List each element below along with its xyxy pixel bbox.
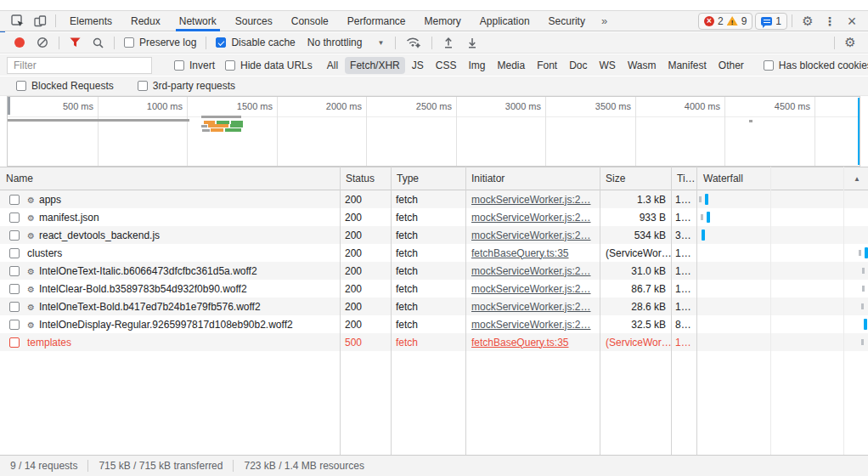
record-icon[interactable] [14, 37, 25, 48]
column-header-time[interactable]: Ti… [671, 173, 697, 184]
has-blocked-cookies-toggle[interactable]: Has blocked cookies [758, 60, 868, 71]
initiator-link[interactable]: mockServiceWorker.js:2… [471, 301, 590, 313]
type-filter-media[interactable]: Media [492, 57, 530, 74]
device-toolbar-icon[interactable] [29, 11, 51, 31]
column-header-status[interactable]: Status [340, 173, 391, 184]
blocked-requests-toggle[interactable]: Blocked Requests [11, 80, 119, 92]
initiator-link[interactable]: mockServiceWorker.js:2… [471, 212, 590, 224]
request-checkbox[interactable] [9, 302, 20, 312]
request-checkbox[interactable] [9, 284, 20, 294]
more-tabs-chevron[interactable]: » [595, 11, 614, 31]
column-header-waterfall[interactable]: Waterfall ▲ [697, 173, 868, 184]
request-initiator-cell: mockServiceWorker.js:2… [465, 208, 600, 226]
request-waterfall [697, 280, 868, 298]
tab-application[interactable]: Application [471, 11, 539, 31]
tab-console[interactable]: Console [282, 11, 338, 31]
initiator-link[interactable]: mockServiceWorker.js:2… [471, 265, 590, 277]
request-checkbox[interactable] [9, 337, 20, 348]
request-row[interactable]: templates 500 fetch fetchBaseQuery.ts:35… [0, 333, 868, 351]
initiator-link[interactable]: mockServiceWorker.js:2… [471, 319, 590, 331]
request-row[interactable]: IntelOneDisplay-Regular.9265997817d108eb… [0, 315, 868, 333]
column-header-size[interactable]: Size [600, 173, 671, 184]
tab-memory[interactable]: Memory [415, 11, 471, 31]
request-row[interactable]: IntelClear-Bold.b3589783b54d932f0b90.wof… [0, 280, 868, 298]
has-blocked-cookies-checkbox[interactable] [764, 60, 774, 71]
disable-cache-toggle[interactable]: Disable cache [211, 37, 300, 48]
request-row[interactable]: react_devtools_backend.js 200 fetch mock… [0, 226, 868, 244]
request-checkbox[interactable] [9, 230, 20, 241]
requests-table: Name Status Type Initiator Size Ti… Wate… [0, 167, 868, 455]
type-filter-css[interactable]: CSS [431, 57, 462, 74]
request-checkbox[interactable] [9, 248, 20, 258]
initiator-link[interactable]: mockServiceWorker.js:2… [471, 194, 590, 206]
tab-security[interactable]: Security [539, 11, 595, 31]
clear-icon[interactable] [31, 33, 54, 53]
import-har-icon[interactable] [437, 33, 460, 53]
type-filter-all[interactable]: All [322, 57, 343, 74]
export-har-icon[interactable] [460, 33, 484, 53]
network-settings-gear-icon[interactable] [839, 33, 861, 53]
request-type: fetch [391, 315, 465, 333]
type-filter-font[interactable]: Font [532, 57, 562, 74]
errors-warnings-badge[interactable]: 2 9 [698, 13, 752, 30]
overview-pane[interactable]: 500 ms1000 ms1500 ms2000 ms2500 ms3000 m… [7, 96, 860, 167]
issues-badge[interactable]: 1 [755, 13, 787, 30]
tab-performance[interactable]: Performance [338, 11, 415, 31]
type-filter-doc[interactable]: Doc [564, 57, 592, 74]
blocked-requests-checkbox[interactable] [16, 81, 26, 91]
request-row[interactable]: IntelOneText-Italic.b6066473dfcfbc361d5a… [0, 262, 868, 280]
initiator-link[interactable]: mockServiceWorker.js:2… [471, 283, 590, 295]
request-name: apps [39, 194, 61, 206]
request-row[interactable]: manifest.json 200 fetch mockServiceWorke… [0, 208, 868, 226]
filter-funnel-icon[interactable] [64, 33, 87, 53]
request-checkbox[interactable] [9, 195, 20, 205]
third-party-checkbox[interactable] [138, 81, 148, 91]
request-checkbox[interactable] [9, 212, 20, 223]
preserve-log-checkbox[interactable] [124, 37, 134, 48]
column-header-type[interactable]: Type [391, 173, 465, 184]
type-filter-manifest[interactable]: Manifest [662, 57, 711, 74]
request-checkbox[interactable] [9, 266, 20, 276]
more-options-kebab-icon[interactable] [819, 11, 841, 31]
type-filter-img[interactable]: Img [463, 57, 490, 74]
tab-redux[interactable]: Redux [121, 11, 170, 31]
chevron-down-icon: ▼ [377, 39, 384, 47]
tab-elements[interactable]: Elements [60, 11, 121, 31]
network-conditions-icon[interactable] [400, 33, 427, 53]
invert-checkbox[interactable] [174, 60, 184, 71]
has-blocked-cookies-label: Has blocked cookies [779, 60, 868, 71]
request-size: (ServiceWor… [600, 333, 671, 351]
request-row[interactable]: apps 200 fetch mockServiceWorker.js:2… 1… [0, 190, 868, 208]
settings-gear-icon[interactable] [797, 11, 819, 31]
disable-cache-checkbox[interactable] [216, 37, 226, 48]
request-status: 200 [340, 280, 391, 298]
request-checkbox[interactable] [9, 320, 20, 330]
service-worker-gear-icon [27, 283, 35, 295]
request-row[interactable]: clusters 200 fetch fetchBaseQuery.ts:35 … [0, 244, 868, 262]
search-icon[interactable] [87, 33, 110, 53]
type-filter-wasm[interactable]: Wasm [623, 57, 662, 74]
request-row[interactable]: IntelOneText-Bold.b417ed7b24b1e79fb576.w… [0, 298, 868, 315]
type-filter-js[interactable]: JS [407, 57, 429, 74]
initiator-link[interactable]: fetchBaseQuery.ts:35 [471, 247, 569, 259]
hide-data-urls-toggle[interactable]: Hide data URLs [220, 60, 318, 71]
tab-sources[interactable]: Sources [226, 11, 282, 31]
filter-input[interactable] [7, 57, 152, 74]
type-filter-fetch-xhr[interactable]: Fetch/XHR [345, 57, 405, 74]
initiator-link[interactable]: fetchBaseQuery.ts:35 [471, 337, 569, 348]
preserve-log-label: Preserve log [139, 37, 196, 48]
column-header-initiator[interactable]: Initiator [465, 173, 600, 184]
close-icon[interactable] [841, 11, 863, 31]
hide-data-urls-checkbox[interactable] [225, 60, 235, 71]
type-filter-other[interactable]: Other [713, 57, 749, 74]
inspect-element-icon[interactable] [7, 11, 29, 31]
initiator-link[interactable]: mockServiceWorker.js:2… [471, 230, 590, 241]
third-party-toggle[interactable]: 3rd-party requests [132, 80, 240, 92]
preserve-log-toggle[interactable]: Preserve log [119, 37, 201, 48]
column-header-name[interactable]: Name [0, 173, 340, 184]
warning-count: 9 [741, 15, 747, 27]
type-filter-ws[interactable]: WS [595, 57, 621, 74]
tab-network[interactable]: Network [170, 11, 226, 31]
invert-toggle[interactable]: Invert [169, 60, 220, 71]
throttling-select[interactable]: No throttling ▼ [301, 37, 392, 48]
